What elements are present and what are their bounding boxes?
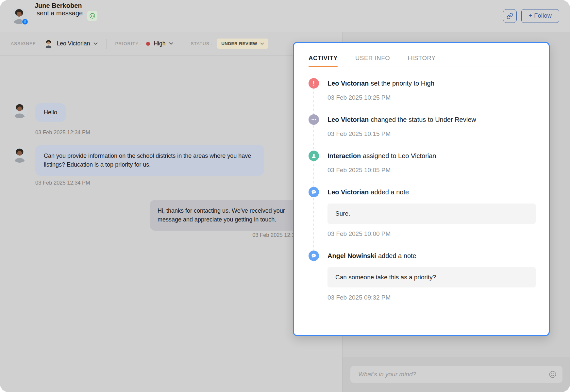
customer-avatar xyxy=(12,103,27,118)
activity-timestamp: 03 Feb 2025 10:00 PM xyxy=(327,230,536,237)
priority-high-dot-icon xyxy=(146,42,150,46)
tab-history[interactable]: HISTORY xyxy=(408,55,436,62)
activity-item: Angel Nowinskiadded a note Can someone t… xyxy=(309,251,536,301)
divider xyxy=(182,39,182,49)
person-photo-icon xyxy=(12,147,27,163)
customer-avatar: f xyxy=(11,8,27,24)
conversation-window: f June Berkobensent a message + Follow xyxy=(0,0,570,392)
activity-timestamp: 03 Feb 2025 09:32 PM xyxy=(327,294,536,301)
activity-timestamp: 03 Feb 2025 10:25 PM xyxy=(327,94,536,101)
page-title: June Berkobensent a message xyxy=(35,2,83,30)
activity-item: ! Leo Victorianset the priority to High … xyxy=(309,78,536,101)
customer-avatar xyxy=(12,147,27,163)
priority-dropdown[interactable]: High xyxy=(146,40,173,47)
activity-timeline: ! Leo Victorianset the priority to High … xyxy=(294,67,549,301)
priority-label: PRIORITY : xyxy=(115,41,142,46)
panel-tabs: ACTIVITY USER INFO HISTORY xyxy=(294,43,549,67)
divider xyxy=(106,39,107,49)
smiley-icon xyxy=(89,13,95,19)
chevron-down-icon xyxy=(260,42,264,45)
facebook-channel-icon: f xyxy=(22,18,28,25)
conversation-header: f June Berkobensent a message + Follow xyxy=(0,0,570,32)
assignee-person-icon xyxy=(309,151,319,161)
incoming-message: Hello xyxy=(35,103,66,122)
ticket-properties-bar: ASSIGNEE : Leo Victorian PRIORITY : xyxy=(0,32,342,56)
reply-composer xyxy=(0,389,342,392)
status-dots-icon xyxy=(309,114,319,125)
activity-text: Leo Victorianchanged the status to Under… xyxy=(327,115,536,124)
note-input[interactable] xyxy=(350,366,562,383)
assignee-label: ASSIGNEE : xyxy=(11,41,39,46)
person-photo-icon xyxy=(44,39,53,48)
activity-item: Leo Victorianadded a note Sure. 03 Feb 2… xyxy=(309,187,536,237)
note-chat-icon xyxy=(309,187,319,197)
priority-value: High xyxy=(154,40,165,47)
follow-button[interactable]: + Follow xyxy=(521,9,559,23)
person-photo-icon xyxy=(12,103,27,118)
chevron-down-icon xyxy=(169,42,173,45)
status-dropdown[interactable]: UNDER REVIEW xyxy=(217,39,268,49)
chevron-down-icon xyxy=(93,42,98,45)
chat-section: ASSIGNEE : Leo Victorian PRIORITY : xyxy=(0,32,342,392)
activity-timestamp: 03 Feb 2025 10:15 PM xyxy=(327,130,536,138)
note-content: Sure. xyxy=(327,204,536,224)
activity-text: Leo Victorianset the priority to High xyxy=(327,79,536,88)
assignee-dropdown[interactable]: Leo Victorian xyxy=(44,39,98,48)
event-text: sent a message xyxy=(37,9,83,17)
copy-link-button[interactable] xyxy=(503,9,517,23)
emoji-picker-icon[interactable] xyxy=(549,370,557,378)
sentiment-badge xyxy=(87,11,97,21)
activity-text: Interactionassigned to Leo Victorian xyxy=(327,152,536,160)
message-timestamp: 03 Feb 2025 12:34 PM xyxy=(35,129,90,136)
activity-item: Leo Victorianchanged the status to Under… xyxy=(309,114,536,138)
link-icon xyxy=(507,13,513,19)
customer-name: June Berkoben xyxy=(35,2,82,9)
note-content: Can someone take this as a priority? xyxy=(327,267,536,287)
message-thread: Hello 03 Feb 2025 12:34 PM Can you provi… xyxy=(0,88,342,355)
incoming-message: Can you provide information on the schoo… xyxy=(35,145,264,176)
assignee-value: Leo Victorian xyxy=(57,40,90,47)
message-timestamp: 03 Feb 2025 12:34 PM xyxy=(35,180,90,186)
assignee-avatar xyxy=(44,39,53,48)
activity-text: Angel Nowinskiadded a note xyxy=(327,252,536,260)
status-value: UNDER REVIEW xyxy=(221,41,257,46)
activity-timestamp: 03 Feb 2025 10:05 PM xyxy=(327,167,536,174)
tab-user-info[interactable]: USER INFO xyxy=(355,55,390,62)
note-chat-icon xyxy=(309,251,319,261)
notes-composer xyxy=(343,357,570,392)
tab-activity[interactable]: ACTIVITY xyxy=(309,55,338,62)
activity-text: Leo Victorianadded a note xyxy=(327,188,536,196)
activity-panel: ACTIVITY USER INFO HISTORY ! Leo Victori… xyxy=(293,42,550,336)
activity-item: Interactionassigned to Leo Victorian 03 … xyxy=(309,151,536,174)
priority-alert-icon: ! xyxy=(309,78,319,89)
status-label: STATUS : xyxy=(191,41,212,46)
outgoing-message: Hi, thanks for contacting us. We’ve rece… xyxy=(150,200,313,231)
